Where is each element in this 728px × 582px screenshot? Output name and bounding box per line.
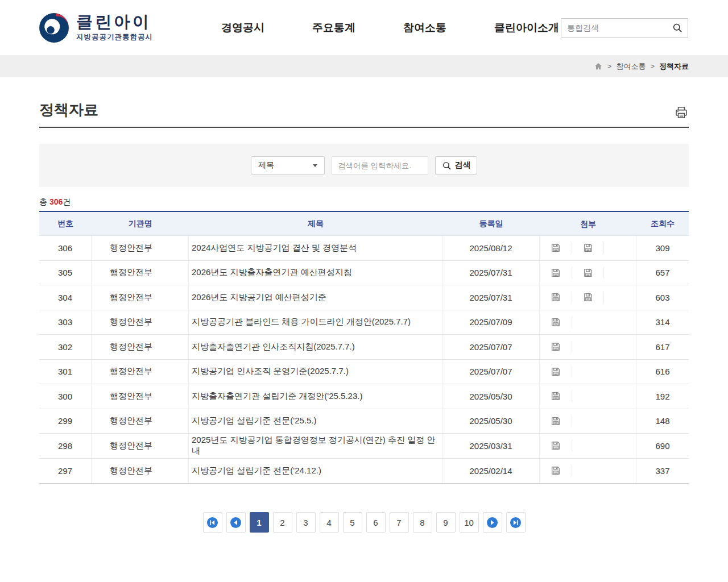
breadcrumb: > 참여소통 > 정책자료	[39, 55, 689, 77]
global-search-button[interactable]	[672, 22, 683, 34]
attachment-download-icon[interactable]	[550, 415, 561, 427]
cell-date: 2025/08/12	[442, 236, 540, 260]
page-button-9[interactable]: 9	[436, 512, 456, 533]
attachment-slot	[572, 292, 605, 303]
cell-views: 148	[636, 409, 689, 434]
page-button-7[interactable]: 7	[390, 512, 409, 533]
cell-no: 302	[39, 335, 92, 359]
cell-views: 617	[636, 335, 689, 359]
cell-title: 지방공기업 설립기준 전문('25.5.)	[189, 409, 442, 434]
attachment-download-icon[interactable]	[582, 242, 594, 253]
document-title-link[interactable]: 지방출자출연기관 인사조직지침(2025.7.7.)	[192, 342, 355, 352]
table-row: 298 행정안전부 2025년도 지방공기업 통합경영정보 정기공시(연간) 추…	[39, 434, 689, 459]
attachment-download-icon[interactable]	[550, 465, 561, 476]
col-header-attach: 첨부	[540, 212, 636, 236]
table-row: 301 행정안전부 지방공기업 인사조직 운영기준(2025.7.7.) 202…	[39, 360, 689, 385]
cell-date: 2025/07/09	[442, 310, 540, 335]
attachment-download-icon[interactable]	[550, 390, 561, 402]
attachment-slot	[540, 390, 572, 402]
cell-attachments	[540, 236, 636, 260]
attachment-download-icon[interactable]	[550, 267, 561, 278]
col-header-title: 제목	[189, 219, 442, 229]
page-button-1[interactable]: 1	[250, 512, 269, 533]
nav-item-participation[interactable]: 참여소통	[403, 20, 446, 35]
breadcrumb-section[interactable]: 참여소통	[616, 61, 646, 72]
page-button-3[interactable]: 3	[296, 512, 316, 533]
cell-no: 305	[39, 261, 92, 285]
site-header: 클린아이 지방공공기관통합공시 경영공시 주요통계 참여소통 클린아이소개	[0, 0, 728, 55]
cell-date: 2025/07/07	[442, 335, 540, 359]
attachment-slot	[540, 341, 572, 352]
attachment-slot	[572, 267, 605, 278]
document-title-link[interactable]: 지방공기업 설립기준 전문('24.12.)	[192, 465, 321, 476]
pagination-last-button[interactable]	[506, 512, 526, 533]
nav-item-about[interactable]: 클린아이소개	[494, 20, 559, 35]
cell-title: 지방공기업 인사조직 운영기준(2025.7.7.)	[189, 360, 442, 384]
cell-org: 행정안전부	[92, 384, 189, 409]
attachment-slot	[540, 440, 572, 451]
attachment-download-icon[interactable]	[550, 317, 561, 328]
nav-item-management-disclosure[interactable]: 경영공시	[221, 20, 264, 35]
document-title-link[interactable]: 2024사업연도 지방공기업 결산 및 경영분석	[192, 243, 357, 253]
table-body: 306 행정안전부 2024사업연도 지방공기업 결산 및 경영분석 2025/…	[39, 236, 689, 483]
cell-attachments	[540, 409, 636, 434]
table-row: 300 행정안전부 지방출자출연기관 설립기준 개정안('25.5.23.) 2…	[39, 384, 689, 409]
document-title-link[interactable]: 지방공기업 설립기준 전문('25.5.)	[192, 415, 317, 426]
page-button-2[interactable]: 2	[273, 512, 292, 533]
cell-date: 2025/07/31	[442, 285, 540, 310]
print-button[interactable]	[674, 105, 689, 120]
board-search-label: 검색	[455, 160, 471, 171]
logo[interactable]: 클린아이 지방공공기관통합공시	[39, 13, 153, 43]
cell-views: 314	[636, 310, 689, 335]
cell-attachments	[540, 384, 636, 409]
cell-title: 지방공기업 설립기준 전문('24.12.)	[189, 459, 442, 484]
cell-views: 616	[636, 360, 689, 384]
search-field-select[interactable]: 제목	[251, 156, 325, 174]
attachment-download-icon[interactable]	[550, 292, 561, 303]
document-title-link[interactable]: 지방공공기관 블라인드 채용 가이드라인 개정안(2025.7.7)	[192, 317, 411, 327]
cell-org: 행정안전부	[92, 360, 189, 384]
pagination-first-button[interactable]	[203, 512, 222, 533]
printer-icon	[674, 105, 689, 120]
pagination-next-button[interactable]	[483, 512, 502, 533]
global-search-input[interactable]	[567, 23, 672, 32]
page-button-4[interactable]: 4	[320, 512, 339, 533]
document-title-link[interactable]: 2026년도 지방출자출연기관 예산편성지침	[192, 267, 352, 278]
cell-date: 2025/02/14	[442, 459, 540, 484]
cell-org: 행정안전부	[92, 310, 189, 335]
attachment-slot	[540, 292, 572, 303]
attachment-download-icon[interactable]	[550, 440, 561, 451]
cell-date: 2025/07/31	[442, 261, 540, 285]
page-button-6[interactable]: 6	[366, 512, 386, 533]
nav-item-key-statistics[interactable]: 주요통계	[312, 20, 355, 35]
home-icon[interactable]	[594, 62, 603, 71]
cell-attachments	[540, 459, 636, 484]
cell-title: 2024사업연도 지방공기업 결산 및 경영분석	[189, 236, 442, 260]
cell-no: 298	[39, 434, 92, 458]
main-content: 정책자료 제목 검색	[39, 100, 689, 533]
cell-title: 지방출자출연기관 설립기준 개정안('25.5.23.)	[189, 384, 442, 409]
col-header-date: 등록일	[442, 219, 540, 229]
attachment-download-icon[interactable]	[550, 242, 561, 253]
attachment-download-icon[interactable]	[582, 267, 594, 278]
document-title-link[interactable]: 2025년도 지방공기업 통합경영정보 정기공시(연간) 추진 일정 안내	[192, 435, 442, 456]
document-title-link[interactable]: 지방공기업 인사조직 운영기준(2025.7.7.)	[192, 366, 349, 377]
page-button-8[interactable]: 8	[413, 512, 432, 533]
table-row: 306 행정안전부 2024사업연도 지방공기업 결산 및 경영분석 2025/…	[39, 236, 689, 261]
board-search-button[interactable]: 검색	[435, 156, 477, 174]
page-button-10[interactable]: 10	[460, 512, 479, 533]
attachment-slot	[540, 415, 572, 427]
table-row: 304 행정안전부 2026년도 지방공기업 예산편성기준 2025/07/31…	[39, 285, 689, 310]
document-title-link[interactable]: 지방출자출연기관 설립기준 개정안('25.5.23.)	[192, 391, 362, 402]
attachment-download-icon[interactable]	[550, 341, 561, 352]
pagination-prev-button[interactable]	[226, 512, 246, 533]
attachment-download-icon[interactable]	[550, 366, 561, 377]
cell-title: 지방출자출연기관 인사조직지침(2025.7.7.)	[189, 335, 442, 359]
keyword-input[interactable]	[332, 156, 428, 174]
document-title-link[interactable]: 2026년도 지방공기업 예산편성기준	[192, 292, 326, 303]
cell-no: 303	[39, 310, 92, 335]
page-button-5[interactable]: 5	[343, 512, 362, 533]
cell-no: 300	[39, 384, 92, 409]
last-page-icon	[510, 517, 521, 528]
attachment-download-icon[interactable]	[582, 292, 594, 303]
